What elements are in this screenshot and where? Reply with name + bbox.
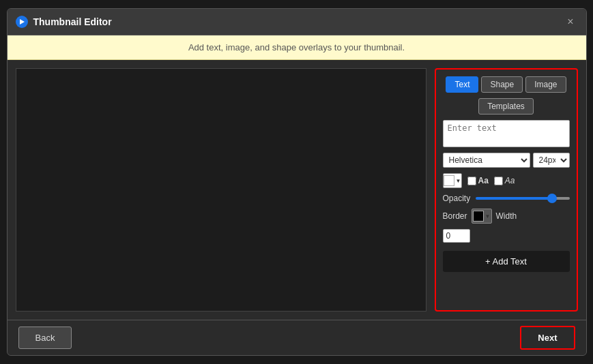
back-button[interactable]: Back <box>18 327 72 349</box>
italic-checkbox[interactable] <box>494 177 503 185</box>
border-dropdown-arrow: ▼ <box>485 213 491 219</box>
color-dropdown-arrow: ▼ <box>456 178 461 184</box>
next-button[interactable]: Next <box>520 326 575 350</box>
tab-row-2: Templates <box>443 98 570 115</box>
font-row: Helvetica 24px 8px 10px 12px 14px 16px 1… <box>443 153 570 168</box>
width-label: Width <box>496 211 517 221</box>
add-text-button[interactable]: + Add Text <box>443 251 570 272</box>
font-family-select[interactable]: Helvetica <box>443 153 530 168</box>
text-color-swatch <box>444 175 454 186</box>
tab-text[interactable]: Text <box>446 76 478 93</box>
close-button[interactable]: × <box>563 14 577 29</box>
italic-label[interactable]: Aa <box>494 176 515 185</box>
opacity-slider[interactable] <box>476 197 569 200</box>
border-color-swatch <box>473 211 484 222</box>
tab-templates[interactable]: Templates <box>478 98 534 115</box>
main-content: Text Shape Image Templates Helvetica 24p… <box>8 60 586 320</box>
svg-marker-0 <box>20 19 25 25</box>
canvas-area <box>16 68 426 312</box>
title-bar: Thumbnail Editor × <box>8 9 586 35</box>
text-input[interactable] <box>443 120 570 147</box>
thumbnail-editor-dialog: Thumbnail Editor × Add text, image, and … <box>7 8 587 356</box>
text-panel: Text Shape Image Templates Helvetica 24p… <box>435 68 578 312</box>
tab-row-1: Text Shape Image <box>443 76 570 93</box>
banner-text: Add text, image, and shape overlays to y… <box>188 42 405 52</box>
font-size-select[interactable]: 24px 8px 10px 12px 14px 16px 18px 20px 2… <box>533 153 570 168</box>
border-label: Border <box>443 211 467 221</box>
bold-checkbox[interactable] <box>467 177 476 185</box>
footer: Back Next <box>8 320 586 355</box>
opacity-row: Opacity <box>443 194 570 203</box>
style-row: ▼ Aa Aa <box>443 173 570 188</box>
italic-text: Aa <box>505 176 515 185</box>
app-icon <box>16 16 28 28</box>
info-banner: Add text, image, and shape overlays to y… <box>8 35 586 60</box>
play-icon <box>18 18 26 26</box>
bold-text: Aa <box>478 176 489 185</box>
opacity-label: Opacity <box>443 194 471 203</box>
dialog-title: Thumbnail Editor <box>33 16 558 27</box>
border-color-button[interactable]: ▼ <box>472 209 492 224</box>
border-width-input[interactable]: 0 <box>443 229 470 243</box>
tab-shape[interactable]: Shape <box>481 76 523 93</box>
bold-label[interactable]: Aa <box>467 176 489 185</box>
border-row: Border ▼ Width <box>443 209 570 224</box>
tab-image[interactable]: Image <box>525 76 566 93</box>
text-color-button[interactable]: ▼ <box>443 173 462 188</box>
